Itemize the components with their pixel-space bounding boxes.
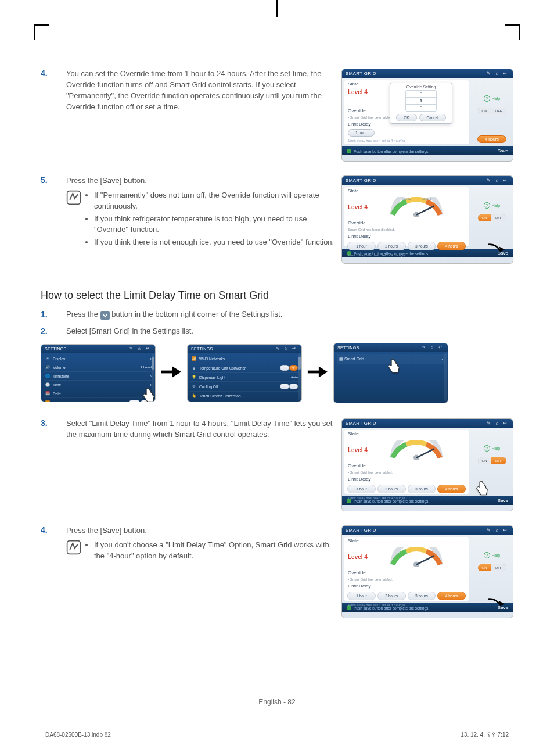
step-number: 2. (41, 327, 66, 336)
save-button[interactable]: Save (498, 148, 508, 153)
figure-save: SMART GRID✎⌂↩ State Level 4 Level2Level3… (341, 175, 513, 264)
limit-options[interactable]: 1 hour2 hours3 hours4 hours (344, 483, 469, 495)
hand-pointer-icon (384, 357, 401, 376)
arrow-right-icon (160, 365, 182, 381)
popup-title: Override Setting (406, 85, 436, 89)
override-toggle[interactable]: ONOFF (478, 108, 506, 114)
limit-1h[interactable]: 1 hour (348, 129, 375, 137)
step-text: You can set the Override time from 1 hou… (66, 69, 334, 162)
svg-line-6 (416, 449, 434, 457)
edit-icon: ✎ (485, 71, 493, 76)
help-link[interactable]: Help (484, 95, 500, 102)
chevron-up-icon: ˄ (406, 91, 436, 97)
step-number: 4. (41, 525, 66, 618)
page-footer: English - 82 (0, 698, 554, 706)
svg-line-2 (416, 206, 434, 214)
limitdelay-label: Limit Delay (348, 121, 371, 127)
note-list: If "Permanently" does not turn off, the … (85, 190, 334, 250)
figure-limit-select: SMART GRID✎⌂↩ State Level 4 Override • S… (341, 418, 513, 511)
back-icon: ↩ (501, 71, 509, 76)
step-number: 3. (41, 418, 66, 511)
chevron-down-icon (100, 311, 110, 320)
step-text: Press the [Save] button. (66, 525, 334, 536)
level-gauge: Level2Level3 (384, 197, 448, 217)
home-icon: ⌂ (493, 71, 501, 76)
arrow-to-save-icon (486, 597, 506, 614)
ok-button[interactable]: OK (396, 114, 416, 121)
titlebar-icons: ✎⌂↩ (485, 71, 509, 76)
state-label: State (348, 81, 359, 87)
doc-footer: DA68-02500B-13.indb 82 13. 12. 4. ␦␦ 7:1… (45, 732, 509, 739)
hand-pointer-icon (472, 479, 490, 498)
chevron-down-icon: ˅ (406, 105, 436, 111)
step-number: 1. (41, 310, 66, 320)
level-value: Level 4 (348, 89, 368, 95)
override-hours-stepper[interactable]: ˄ 1 ˅ (405, 90, 437, 112)
step-text: Select "Limit Delay Time" from 1 hour to… (66, 418, 334, 511)
arrow-right-icon (307, 365, 329, 381)
step-number: 4. (41, 69, 66, 162)
step-text: Select [Smart Grid] in the Settings list… (66, 327, 193, 336)
figure-limit-save: SMART GRID✎⌂↩ State Level 4 Override • S… (341, 525, 513, 618)
arrow-to-save-icon (486, 242, 506, 260)
step-text: Press the [Save] button. (66, 175, 334, 187)
override-status: • Smart Grid has been abled. (348, 116, 393, 119)
override-label: Override (348, 108, 366, 113)
override-setting-popup: Override Setting ˄ 1 ˅ OK Cancel (390, 83, 452, 124)
settings-sequence: SETTINGS✎⌂↩ ☀Display› 🔊Volume3 Level 🌐Ti… (41, 343, 513, 403)
limit-options[interactable]: 1 hour2 hours3 hours4 hours (344, 240, 469, 252)
hand-pointer-icon (139, 386, 156, 402)
limit-hint: Limit delay has been set to 4 hour(s). (344, 138, 469, 144)
note-icon (66, 540, 81, 558)
settings-screen-1: SETTINGS✎⌂↩ ☀Display› 🔊Volume3 Level 🌐Ti… (41, 344, 156, 402)
step-text: Press the button in the bottom right cor… (66, 310, 282, 320)
section-title: How to select the Limit Delay Time on Sm… (41, 289, 513, 302)
svg-text:Level3: Level3 (422, 197, 431, 200)
step-number: 5. (41, 175, 66, 264)
note-icon (66, 190, 81, 209)
override-hours-value: 1 (406, 97, 436, 105)
cancel-button[interactable]: Cancel (419, 114, 446, 121)
figure-override-popup: SMART GRID ✎⌂↩ State Level 4 Override • … (341, 69, 513, 162)
settings-screen-2: SETTINGS✎⌂↩ 📶Wi-Fi Networks 🌡Temperature… (187, 344, 302, 402)
limit-4h-side[interactable]: 4 hours (477, 135, 506, 143)
note-list: If you don't choose a "Limit Delay Time"… (85, 540, 334, 564)
panel-title: SMART GRID (346, 71, 376, 76)
footer-hint: Push save button after complete the sett… (354, 149, 429, 153)
svg-line-9 (416, 556, 434, 564)
settings-screen-3: SETTINGS✎⌂↩ ▦ Smart Grid› (333, 343, 448, 403)
svg-text:Level2: Level2 (402, 197, 411, 200)
